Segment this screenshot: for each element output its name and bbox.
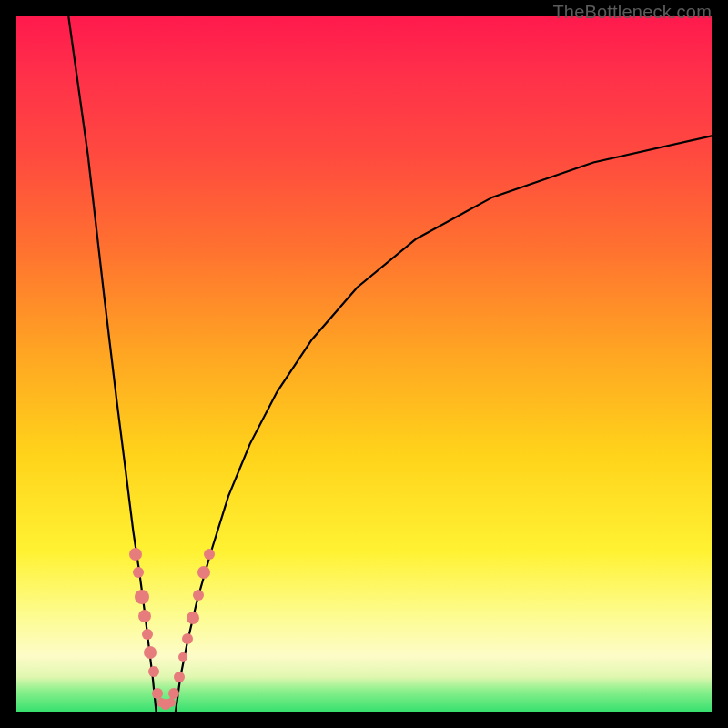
data-marker <box>204 549 215 560</box>
data-marker <box>197 566 210 579</box>
data-marker <box>168 688 179 699</box>
data-marker <box>193 590 204 601</box>
data-marker <box>142 629 153 640</box>
curve-right-branch <box>176 136 712 712</box>
data-marker <box>148 666 159 677</box>
bottleneck-curve <box>16 16 712 712</box>
data-marker <box>167 698 176 707</box>
data-marker <box>174 672 185 682</box>
data-marker <box>135 590 149 604</box>
curve-left-branch <box>68 16 156 712</box>
watermark-text: TheBottleneck.com <box>552 2 712 23</box>
data-marker <box>144 646 157 659</box>
data-marker <box>187 612 199 624</box>
data-marker <box>129 548 142 561</box>
plot-area <box>16 16 712 712</box>
data-marker <box>138 610 151 622</box>
chart-frame: TheBottleneck.com <box>0 0 728 728</box>
data-marker <box>178 652 187 662</box>
data-marker <box>182 633 193 644</box>
data-marker <box>133 567 144 578</box>
